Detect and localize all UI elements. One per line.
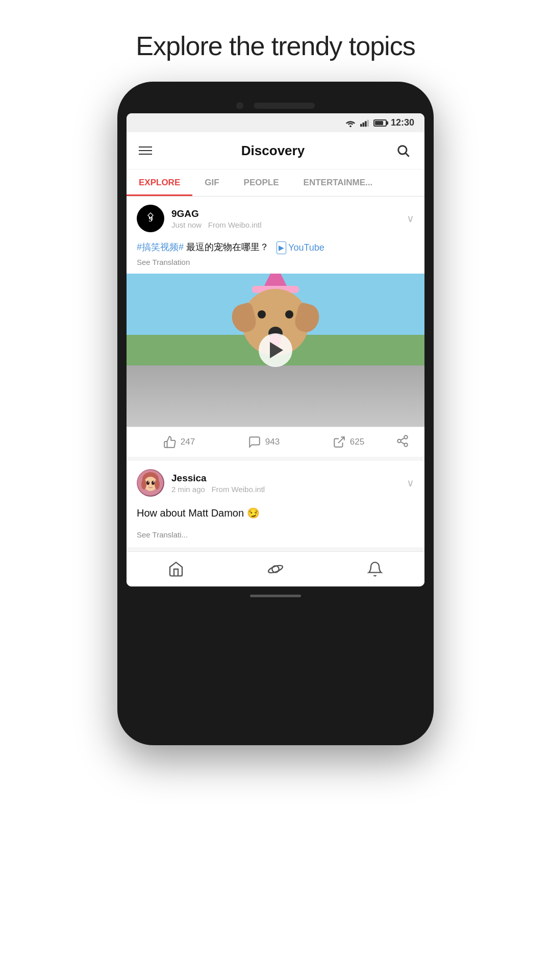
tab-explore[interactable]: EXPLORE [127, 169, 192, 196]
phone-top [127, 102, 424, 109]
phone-camera [236, 102, 243, 109]
post-2-meta: 2 min ago From Weibo.intl [171, 485, 265, 494]
9gag-logo: 9 [140, 208, 161, 229]
avatar-9gag: 9 [137, 205, 164, 232]
post-1-text: #搞笑视频# 最逗的宠物在哪里？ YouTube [137, 240, 414, 255]
repost-button[interactable]: 625 [306, 435, 391, 449]
hamburger-line-1 [139, 146, 152, 148]
post-card-jessica: Jessica 2 min ago From Weibo.intl ∨ H [127, 461, 424, 547]
svg-point-25 [153, 481, 154, 482]
home-indicator [250, 595, 301, 597]
svg-line-11 [338, 437, 344, 443]
bottom-nav [127, 551, 424, 586]
post-2-header-left: Jessica 2 min ago From Weibo.intl [137, 469, 265, 497]
post-1-meta: Just now From Weibo.intl [171, 220, 261, 229]
dog-ear-left [229, 302, 259, 335]
repost-icon [333, 435, 346, 449]
tab-gif[interactable]: GIF [192, 169, 231, 196]
like-button[interactable]: 247 [137, 435, 221, 449]
dog-eye-left [258, 310, 266, 318]
home-icon [168, 561, 184, 577]
nav-home[interactable] [127, 558, 226, 580]
post-1-time: Just now [171, 220, 202, 229]
post-1-chevron[interactable]: ∨ [407, 212, 414, 225]
svg-line-16 [400, 438, 404, 440]
share-icon [396, 434, 409, 448]
app-header: Discovery [127, 132, 424, 169]
play-triangle [270, 342, 283, 358]
svg-point-14 [404, 443, 408, 447]
comment-count: 943 [265, 437, 280, 447]
page-header: Explore the trendy topics [117, 0, 434, 82]
post-2-header: Jessica 2 min ago From Weibo.intl ∨ [127, 461, 424, 503]
post-2-see-translation[interactable]: See Translati... [127, 530, 424, 547]
signal-icon [360, 119, 369, 127]
post-1-see-translation[interactable]: See Translation [137, 258, 414, 266]
bell-icon [367, 561, 383, 577]
status-icons: 12:30 [345, 117, 414, 128]
post-2-username: Jessica [171, 473, 265, 484]
svg-point-21 [155, 479, 160, 489]
svg-point-12 [404, 435, 408, 439]
post-1-hashtag[interactable]: #搞笑视频# [137, 242, 184, 252]
svg-rect-2 [362, 122, 364, 127]
share-button[interactable] [391, 434, 414, 450]
phone-screen: 12:30 Discovery [127, 113, 424, 586]
nav-notifications[interactable] [325, 558, 424, 580]
wifi-icon [345, 119, 356, 127]
dog-eye-right [285, 310, 293, 318]
svg-point-13 [397, 439, 401, 443]
post-1-header-left: 9 9GAG Just now [137, 205, 261, 232]
svg-point-0 [349, 125, 352, 127]
battery-icon [373, 119, 387, 127]
app-title: Discovery [241, 143, 305, 159]
thumbs-up-icon [163, 435, 177, 449]
post-1-youtube[interactable]: YouTube [277, 241, 324, 255]
svg-line-15 [400, 442, 404, 444]
tab-entertainment[interactable]: ENTERTAINME... [291, 169, 385, 196]
post-card-9gag: 9 9GAG Just now [127, 197, 424, 457]
post-1-body: #搞笑视频# 最逗的宠物在哪里？ YouTube See Translation [127, 238, 424, 274]
tabs-bar: EXPLORE GIF PEOPLE ENTERTAINME... [127, 169, 424, 197]
svg-point-20 [141, 479, 146, 489]
post-1-source: From Weibo.intl [208, 220, 262, 229]
svg-point-24 [148, 481, 149, 482]
post-2-chevron[interactable]: ∨ [407, 477, 414, 489]
post-1-text-body: 最逗的宠物在哪里？ [186, 242, 269, 252]
feed: 9 9GAG Just now [127, 197, 424, 547]
status-time: 12:30 [391, 117, 414, 128]
post-1-video[interactable] [127, 274, 424, 427]
nav-discover[interactable] [226, 558, 325, 580]
status-bar: 12:30 [127, 113, 424, 132]
post-1-actions: 247 943 [127, 427, 424, 457]
battery-fill [375, 121, 383, 125]
post-2-source: From Weibo.intl [211, 485, 265, 494]
svg-rect-1 [360, 124, 362, 126]
svg-point-22 [146, 481, 149, 485]
phone-frame: 12:30 Discovery [117, 82, 434, 745]
svg-point-23 [152, 481, 155, 485]
repost-count: 625 [350, 437, 364, 447]
discover-icon [267, 561, 284, 577]
tab-people[interactable]: PEOPLE [232, 169, 291, 196]
post-2-text: How about Matt Damon 😏 [127, 503, 424, 527]
avatar-jessica [137, 469, 164, 497]
phone-speaker [254, 103, 315, 109]
play-button[interactable] [259, 333, 292, 367]
search-button[interactable] [394, 141, 412, 160]
comment-icon [248, 435, 261, 449]
comment-button[interactable]: 943 [221, 435, 306, 449]
menu-button[interactable] [139, 146, 152, 155]
svg-rect-3 [365, 121, 367, 127]
like-count: 247 [181, 437, 195, 447]
phone-bottom [127, 591, 424, 601]
post-1-user-info: 9GAG Just now From Weibo.intl [171, 208, 261, 229]
svg-rect-4 [367, 119, 369, 127]
page-wrapper: Explore the trendy topics [117, 0, 434, 745]
post-1-username: 9GAG [171, 208, 261, 219]
search-icon [396, 143, 410, 158]
post-2-user-info: Jessica 2 min ago From Weibo.intl [171, 473, 265, 494]
hamburger-line-3 [139, 154, 152, 155]
hamburger-line-2 [139, 150, 152, 151]
jessica-avatar-art [138, 470, 163, 496]
